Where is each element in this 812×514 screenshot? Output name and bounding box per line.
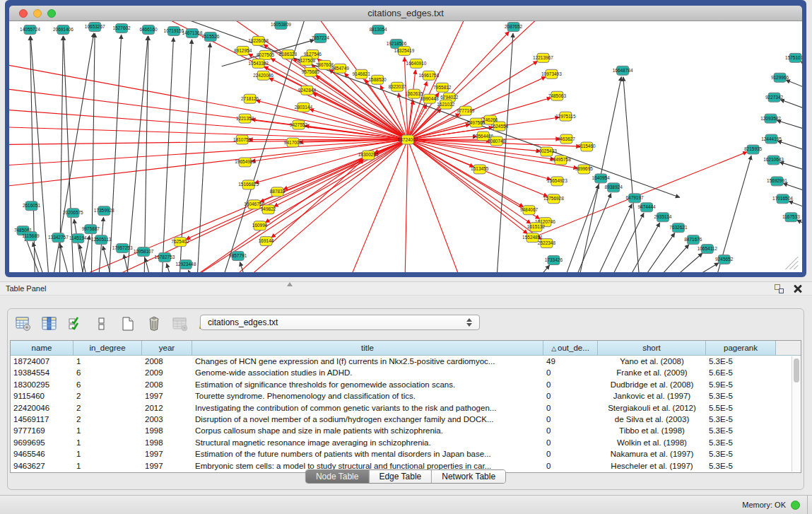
network-node[interactable]: 12444195 <box>761 134 782 144</box>
network-node[interactable]: 7515526 <box>201 32 220 41</box>
network-node[interactable]: 14671368 <box>182 28 202 37</box>
network-node[interactable]: 1624554 <box>490 122 509 131</box>
network-node[interactable]: 1513455 <box>471 165 489 174</box>
network-node[interactable]: 2935114 <box>654 213 672 222</box>
network-node[interactable]: 6479197 <box>625 194 644 203</box>
column-header-title[interactable]: title <box>192 341 543 356</box>
network-node[interactable]: 12923448 <box>175 260 196 269</box>
network-node[interactable]: 9427552 <box>290 120 308 129</box>
network-node[interactable]: 887833 <box>270 187 286 197</box>
table-row[interactable]: 1456911722003Disruption of a novel membe… <box>11 414 801 425</box>
table-row[interactable]: 977716911998Corpus callosum shape and si… <box>11 425 801 436</box>
network-node[interactable]: 10654112 <box>698 245 718 254</box>
network-node[interactable]: 8471676 <box>684 235 702 245</box>
network-node[interactable]: 2087652 <box>505 22 523 31</box>
column-header-in_degree[interactable]: in_degree <box>73 341 142 356</box>
network-node[interactable]: 1621022 <box>437 100 455 109</box>
network-node[interactable]: 1588520 <box>369 75 387 84</box>
network-node[interactable]: 14055724 <box>20 25 40 34</box>
network-node[interactable]: 160994 <box>252 221 268 230</box>
network-node[interactable]: 1221358 <box>236 114 254 123</box>
network-node[interactable]: 1810755 <box>233 135 252 144</box>
network-node[interactable]: 7955812 <box>433 83 452 92</box>
column-header-pagerank[interactable]: pagerank <box>706 341 776 356</box>
network-node[interactable]: 9899695 <box>575 165 594 174</box>
network-node[interactable]: 15166825 <box>238 180 259 189</box>
splitter-handle[interactable] <box>287 282 293 286</box>
network-node[interactable]: 16053809 <box>271 21 291 29</box>
resize-grip-icon[interactable] <box>785 257 798 269</box>
network-canvas[interactable]: 1405572420691406106532671527602646616010… <box>9 21 802 272</box>
network-node[interactable]: 12093582 <box>760 114 781 123</box>
network-node[interactable]: 13342757 <box>48 233 69 243</box>
network-node[interactable]: 1527602 <box>113 23 131 33</box>
table-row[interactable]: 2242004622012Investigating the contribut… <box>11 402 801 414</box>
network-node[interactable]: 18495758 <box>551 156 571 165</box>
column-header-name[interactable]: name <box>11 341 73 356</box>
tab-node-table[interactable]: Node Table <box>306 470 370 483</box>
table-row[interactable]: 946554611997Estimation of the future num… <box>11 448 801 460</box>
network-node[interactable]: 9417008 <box>284 138 302 147</box>
network-node[interactable]: 8990448 <box>420 94 439 103</box>
tab-edge-table[interactable]: Edge Table <box>369 470 432 483</box>
network-node[interactable]: 9857791 <box>229 252 247 261</box>
network-node[interactable]: 20206575 <box>63 209 83 218</box>
network-node[interactable]: 16640910 <box>406 59 427 68</box>
network-node[interactable]: 2522348 <box>538 239 556 248</box>
column-header-short[interactable]: short <box>598 341 706 356</box>
network-node[interactable]: 2718126 <box>241 94 259 103</box>
new-table-icon[interactable] <box>119 315 136 332</box>
network-node[interactable]: 19654985 <box>235 158 255 167</box>
network-node[interactable]: 9227342 <box>765 93 784 102</box>
network-node[interactable]: 12213967 <box>533 53 553 62</box>
network-node[interactable]: 9127508 <box>298 56 316 65</box>
network-node[interactable]: 17957253 <box>112 244 133 253</box>
network-node[interactable]: 7857224 <box>312 33 330 42</box>
network-node[interactable]: 15692991 <box>767 177 787 186</box>
network-node[interactable]: 8027505 <box>257 50 275 59</box>
network-node[interactable]: 7625402 <box>171 238 189 247</box>
network-node[interactable]: 1733426 <box>545 256 563 265</box>
table-row[interactable]: 969969511998Structural magnetic resonanc… <box>11 437 801 448</box>
network-node[interactable]: 2803144 <box>295 103 313 112</box>
table-row[interactable]: 1872400712008Changes of HCN gene express… <box>11 356 801 367</box>
table-select-dropdown[interactable]: citations_edges.txt <box>200 315 480 330</box>
network-node[interactable]: 17359928 <box>94 206 114 216</box>
network-node[interactable]: 6466160 <box>139 25 158 34</box>
network-node[interactable]: 8322037 <box>388 82 406 91</box>
network-node[interactable]: 8938924 <box>605 183 623 192</box>
network-node[interactable]: 8215935 <box>744 145 763 154</box>
network-node[interactable]: 8454749 <box>331 64 350 73</box>
network-window[interactable]: citations_edges.txt 14055724206914061065… <box>5 0 806 277</box>
network-node[interactable]: 15756928 <box>543 194 564 204</box>
table-settings-icon[interactable] <box>15 315 32 332</box>
network-node[interactable]: 16210643 <box>763 156 784 165</box>
network-node[interactable]: 9484067 <box>520 206 539 215</box>
network-node[interactable]: 9129966 <box>771 73 789 82</box>
network-node[interactable]: 1640954 <box>592 174 611 183</box>
network-node[interactable]: 1115689 <box>22 232 40 241</box>
delete-rows-icon[interactable] <box>146 315 163 332</box>
network-node[interactable]: 16648784 <box>613 66 633 75</box>
network-node[interactable]: 9245652 <box>715 255 734 264</box>
network-node[interactable]: 9777169 <box>457 106 475 115</box>
memory-ok-indicator[interactable] <box>791 501 800 510</box>
network-node[interactable]: 10543382 <box>248 59 269 68</box>
network-node[interactable]: 15751074 <box>785 53 802 62</box>
network-node[interactable]: 9474444 <box>637 203 656 212</box>
network-node[interactable]: 18226058 <box>248 36 269 45</box>
table-row[interactable]: 1938455462009Genome-wide association stu… <box>11 367 801 378</box>
network-node[interactable]: 12975115 <box>555 112 576 121</box>
network-node[interactable]: 10958107 <box>134 247 154 257</box>
network-node[interactable]: 1080748 <box>488 136 506 146</box>
network-svg[interactable]: 1405572420691406106532671527602646616010… <box>9 21 802 272</box>
network-node[interactable]: 10025433 <box>536 147 557 156</box>
network-node[interactable]: 9115460 <box>578 142 596 151</box>
network-node[interactable]: 9463627 <box>558 134 576 144</box>
network-node[interactable]: 9975887 <box>82 225 100 234</box>
network-node[interactable]: 17016504 <box>772 194 793 204</box>
network-node[interactable]: 10653267 <box>85 22 105 31</box>
vertical-scrollbar[interactable] <box>792 356 800 472</box>
column-header-out_de[interactable]: △out_de... <box>543 341 598 356</box>
float-window-icon[interactable] <box>775 284 784 293</box>
